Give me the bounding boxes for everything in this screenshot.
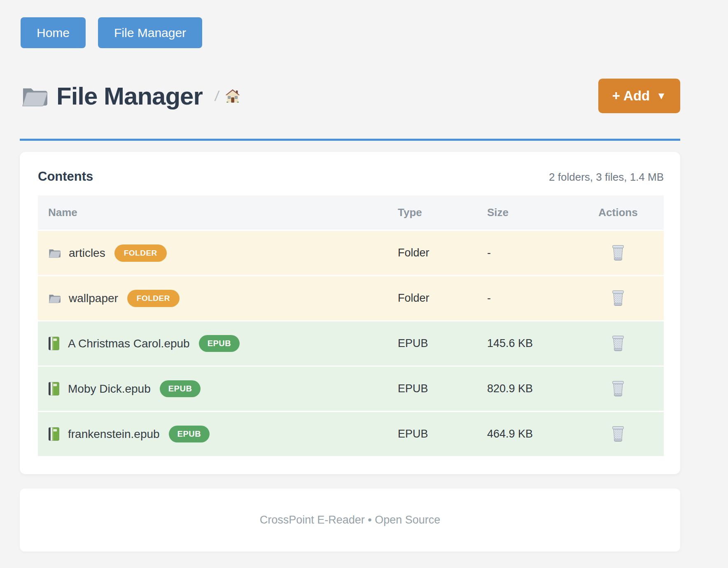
nav-button-file-manager[interactable]: File Manager [98, 17, 202, 48]
add-button-label: + Add [612, 88, 650, 104]
folder-icon [21, 84, 48, 108]
table-row: Moby Dick.epub EPUB EPUB 820.9 KB [38, 365, 664, 411]
breadcrumb-separator: / [214, 88, 220, 104]
item-size: 820.9 KB [487, 365, 572, 411]
column-header-name: Name [38, 196, 398, 230]
item-type: Folder [398, 230, 487, 275]
table-row: articles FOLDER Folder - [38, 230, 664, 275]
delete-button[interactable] [611, 245, 625, 261]
item-name-link[interactable]: wallpaper [69, 292, 118, 305]
item-type: EPUB [398, 411, 487, 456]
trash-icon [611, 335, 625, 352]
table-header-row: Name Type Size Actions [38, 196, 664, 230]
item-type: Folder [398, 275, 487, 320]
item-size: 464.9 KB [487, 411, 572, 456]
item-size: 145.6 KB [487, 320, 572, 365]
column-header-type: Type [398, 196, 487, 230]
delete-button[interactable] [611, 335, 625, 352]
table-row: A Christmas Carol.epub EPUB EPUB 145.6 K… [38, 320, 664, 365]
folder-icon [48, 247, 61, 258]
house-icon[interactable] [225, 89, 240, 103]
item-type: EPUB [398, 365, 487, 411]
type-badge: FOLDER [114, 244, 167, 262]
type-badge: FOLDER [127, 290, 180, 307]
trash-icon [611, 290, 625, 307]
title-divider [20, 139, 680, 141]
trash-icon [611, 426, 625, 442]
book-icon [48, 336, 60, 351]
column-header-actions: Actions [572, 196, 664, 230]
item-size: - [487, 230, 572, 275]
item-name-link[interactable]: frankenstein.epub [68, 428, 160, 441]
page-title: File Manager [56, 82, 203, 110]
file-table: Name Type Size Actions articles FOLDER [38, 196, 664, 456]
book-icon [48, 427, 60, 441]
folder-icon [48, 293, 61, 304]
contents-heading: Contents [38, 169, 93, 184]
item-size: - [487, 275, 572, 320]
footer-text: CrossPoint E-Reader • Open Source [260, 514, 441, 526]
page-header: File Manager / + Add ▼ [20, 79, 680, 113]
nav-button-home[interactable]: Home [21, 17, 86, 48]
page: Home File Manager File Manager / + Add ▼… [20, 0, 680, 552]
table-row: frankenstein.epub EPUB EPUB 464.9 KB [38, 411, 664, 456]
type-badge: EPUB [160, 380, 201, 397]
delete-button[interactable] [611, 381, 625, 397]
type-badge: EPUB [199, 335, 240, 352]
delete-button[interactable] [611, 290, 625, 307]
column-header-size: Size [487, 196, 572, 230]
item-type: EPUB [398, 320, 487, 365]
book-icon [48, 382, 60, 396]
item-name-link[interactable]: articles [69, 247, 105, 260]
caret-down-icon: ▼ [656, 90, 666, 102]
footer-card: CrossPoint E-Reader • Open Source [20, 489, 680, 552]
delete-button[interactable] [611, 426, 625, 442]
type-badge: EPUB [169, 426, 210, 442]
trash-icon [611, 245, 625, 261]
contents-card-header: Contents 2 folders, 3 files, 1.4 MB [38, 169, 664, 184]
item-name-link[interactable]: A Christmas Carol.epub [68, 337, 190, 350]
top-nav: Home File Manager [21, 0, 680, 48]
contents-card: Contents 2 folders, 3 files, 1.4 MB Name… [20, 152, 680, 474]
add-button[interactable]: + Add ▼ [598, 79, 680, 113]
item-name-link[interactable]: Moby Dick.epub [68, 382, 151, 396]
contents-summary: 2 folders, 3 files, 1.4 MB [549, 171, 664, 184]
table-row: wallpaper FOLDER Folder - [38, 275, 664, 320]
trash-icon [611, 381, 625, 397]
